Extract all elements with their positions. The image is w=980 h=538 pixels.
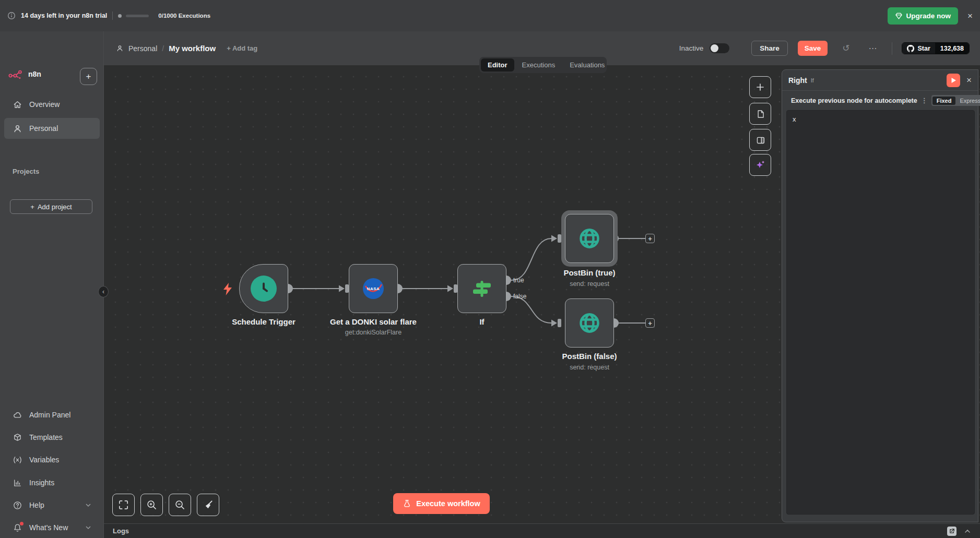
sidebar-item-whats-new[interactable]: What's New xyxy=(4,517,100,538)
run-node-button[interactable] xyxy=(947,74,960,87)
panel-close-icon[interactable]: × xyxy=(966,75,972,86)
tab-executions[interactable]: Executions xyxy=(515,58,562,71)
node-if[interactable] xyxy=(457,264,506,313)
trial-banner-right: Upgrade now × xyxy=(888,7,973,25)
sidebar-item-templates[interactable]: Templates xyxy=(4,427,100,448)
trial-banner: 14 days left in your n8n trial 0/1000 Ex… xyxy=(0,0,980,31)
node-postbin-false[interactable] xyxy=(565,298,614,348)
upgrade-label: Upgrade now xyxy=(906,12,951,20)
banner-divider xyxy=(112,11,113,20)
add-tag-button[interactable]: + Add tag xyxy=(227,44,257,52)
flask-icon xyxy=(403,499,411,508)
sidebar-collapse-button[interactable]: ‹ xyxy=(98,286,109,297)
executions-progress-track xyxy=(126,15,149,17)
trial-banner-left: 14 days left in your n8n trial 0/1000 Ex… xyxy=(7,11,210,20)
projects-section-label: Projects xyxy=(13,168,39,175)
node-label: PostBin (false) xyxy=(532,352,647,361)
history-icon[interactable]: ↺ xyxy=(842,43,849,54)
zoom-in-button[interactable] xyxy=(140,494,163,516)
breadcrumb: Personal / My workflow + Add tag xyxy=(116,31,257,65)
info-icon xyxy=(7,11,16,20)
sidebar-item-personal[interactable]: Personal xyxy=(4,118,100,139)
node-details-panel: Right If × Execute previous node for aut… xyxy=(782,69,978,522)
sidebar: n8n + Overview Personal Projects + Add p… xyxy=(0,31,104,538)
node-donki[interactable]: NASA xyxy=(349,264,398,313)
brand-name: n8n xyxy=(28,70,41,78)
plus-icon xyxy=(755,82,765,92)
mode-fixed-option[interactable]: Fixed xyxy=(932,97,956,105)
sidebar-item-variables[interactable]: Variables xyxy=(4,449,100,470)
breadcrumb-project[interactable]: Personal xyxy=(128,44,157,53)
save-button[interactable]: Save xyxy=(798,41,828,56)
upgrade-button[interactable]: Upgrade now xyxy=(888,7,959,25)
sidebar-item-insights[interactable]: Insights xyxy=(4,472,100,493)
execute-workflow-button[interactable]: Execute workflow xyxy=(393,493,490,514)
n8n-logo-icon xyxy=(8,69,24,79)
zoom-in-icon xyxy=(146,499,157,510)
help-icon xyxy=(13,500,22,510)
node-schedule-trigger[interactable] xyxy=(239,264,288,313)
tab-editor[interactable]: Editor xyxy=(481,58,514,71)
clock-icon xyxy=(251,276,277,302)
gem-icon xyxy=(895,12,903,20)
add-sticky-note-button[interactable] xyxy=(749,103,771,125)
play-icon xyxy=(951,77,957,83)
output-port-label-true: true xyxy=(513,277,524,284)
ai-assistant-button[interactable] xyxy=(749,154,771,176)
add-node-button[interactable]: + xyxy=(645,318,655,328)
node-label: Schedule Trigger xyxy=(206,317,321,326)
toggle-panel-button[interactable] xyxy=(749,129,771,151)
workflow-title[interactable]: My workflow xyxy=(169,44,216,53)
add-project-button[interactable]: + Add project xyxy=(10,199,92,214)
add-node-panel-button[interactable] xyxy=(749,76,771,98)
sidebar-item-help[interactable]: Help xyxy=(4,495,100,516)
logs-bar[interactable]: Logs xyxy=(104,523,980,538)
workflow-status-label: Inactive xyxy=(679,44,704,52)
share-button[interactable]: Share xyxy=(751,41,788,56)
home-icon xyxy=(13,100,22,110)
add-node-button[interactable]: + xyxy=(645,234,655,243)
note-icon xyxy=(755,109,765,119)
trial-text: 14 days left in your n8n trial xyxy=(21,12,107,19)
node-postbin-true[interactable] xyxy=(565,214,614,263)
workflow-menu-icon[interactable]: ⋯ xyxy=(868,43,877,53)
hint-options-icon[interactable]: ⋮ xyxy=(921,97,928,104)
globe-icon xyxy=(578,312,601,334)
node-label: Get a DONKI solar flare xyxy=(316,317,431,326)
sidebar-item-admin-panel[interactable]: Admin Panel xyxy=(4,404,100,425)
activate-toggle[interactable] xyxy=(710,43,729,53)
expression-input[interactable]: x xyxy=(786,110,975,515)
node-subtitle: get:donkiSolarFlare xyxy=(316,329,431,336)
banner-close-icon[interactable]: × xyxy=(967,11,973,20)
chevron-down-icon xyxy=(85,524,91,531)
tidy-up-button[interactable] xyxy=(197,494,219,516)
execute-workflow-label: Execute workflow xyxy=(416,499,480,508)
chevron-up-icon[interactable] xyxy=(964,528,971,534)
add-project-label: Add project xyxy=(38,203,72,211)
broom-icon xyxy=(203,499,214,510)
sidebar-item-overview[interactable]: Overview xyxy=(4,94,100,115)
open-logs-icon[interactable] xyxy=(947,527,957,536)
signpost-icon xyxy=(470,277,494,301)
mode-expression-option[interactable]: Expression xyxy=(955,97,980,105)
zoom-out-button[interactable] xyxy=(169,494,191,516)
star-label: Star xyxy=(917,45,930,52)
github-icon xyxy=(907,45,914,52)
fit-view-icon xyxy=(118,499,129,510)
sidebar-item-label: Admin Panel xyxy=(29,411,91,419)
github-star-widget[interactable]: Star 132,638 xyxy=(902,42,970,54)
chart-icon xyxy=(13,478,22,488)
nasa-icon: NASA xyxy=(363,278,384,299)
sidebar-item-label: What's New xyxy=(29,523,78,532)
tab-evaluations[interactable]: Evaluations xyxy=(563,58,611,71)
panel-subtitle: If xyxy=(811,77,814,83)
logs-actions xyxy=(947,527,971,536)
chevron-down-icon xyxy=(85,502,91,508)
zoom-out-icon xyxy=(174,499,185,510)
value-mode-toggle: Fixed Expression xyxy=(931,95,980,106)
output-port-label-false: false xyxy=(513,293,526,300)
sidebar-item-label: Overview xyxy=(29,100,91,109)
new-workflow-button[interactable]: + xyxy=(80,68,97,85)
zoom-to-fit-button[interactable] xyxy=(112,494,135,516)
notification-dot xyxy=(20,522,23,525)
